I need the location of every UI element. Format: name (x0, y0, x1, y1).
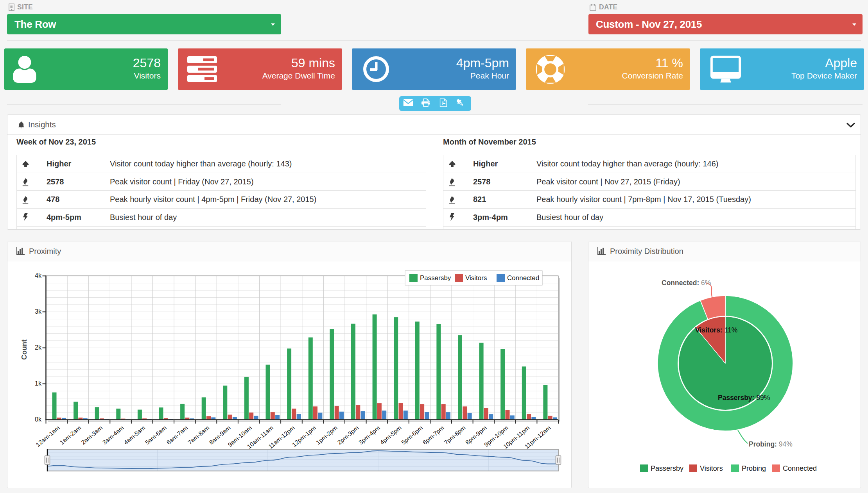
svg-text:Passersby: 89%: Passersby: 89% (718, 394, 770, 402)
svg-text:12pm-1pm: 12pm-1pm (291, 424, 317, 448)
svg-text:Passersby: Passersby (651, 464, 683, 472)
svg-text:4am-5am: 4am-5am (122, 424, 146, 446)
svg-text:Passersby: Passersby (420, 274, 451, 282)
svg-text:5am-6am: 5am-6am (144, 424, 168, 446)
svg-text:7pm-8pm: 7pm-8pm (443, 424, 466, 446)
svg-text:Connected: Connected (507, 274, 539, 282)
svg-text:2k: 2k (35, 344, 42, 351)
svg-text:4pm-5pm: 4pm-5pm (379, 424, 403, 446)
svg-text:Connected: Connected (783, 464, 817, 472)
svg-text:12am-1am: 12am-1am (34, 424, 61, 448)
svg-text:1pm-2pm: 1pm-2pm (315, 424, 339, 446)
svg-text:1k: 1k (35, 380, 42, 387)
svg-text:0k: 0k (35, 416, 42, 423)
svg-text:7am-8am: 7am-8am (187, 424, 210, 446)
svg-text:Count: Count (20, 339, 28, 360)
svg-text:Probing: 94%: Probing: 94% (749, 440, 793, 448)
svg-text:3am-4am: 3am-4am (101, 424, 125, 446)
svg-text:5pm-6pm: 5pm-6pm (400, 424, 424, 446)
svg-text:2am-3am: 2am-3am (80, 424, 104, 446)
svg-text:Connected: 6%: Connected: 6% (662, 279, 711, 287)
svg-text:1am-2am: 1am-2am (59, 424, 82, 446)
svg-text:6pm-7pm: 6pm-7pm (421, 424, 445, 446)
svg-text:6am-7am: 6am-7am (165, 424, 189, 446)
svg-text:Visitors: Visitors (465, 274, 487, 282)
svg-text:2pm-3pm: 2pm-3pm (336, 424, 360, 446)
svg-text:3pm-4pm: 3pm-4pm (357, 424, 381, 446)
svg-text:4k: 4k (35, 272, 42, 279)
svg-text:Visitors: Visitors (700, 464, 723, 472)
svg-text:Probing: Probing (742, 464, 766, 472)
svg-text:3k: 3k (35, 308, 42, 315)
svg-text:Visitors: 11%: Visitors: 11% (695, 326, 737, 334)
